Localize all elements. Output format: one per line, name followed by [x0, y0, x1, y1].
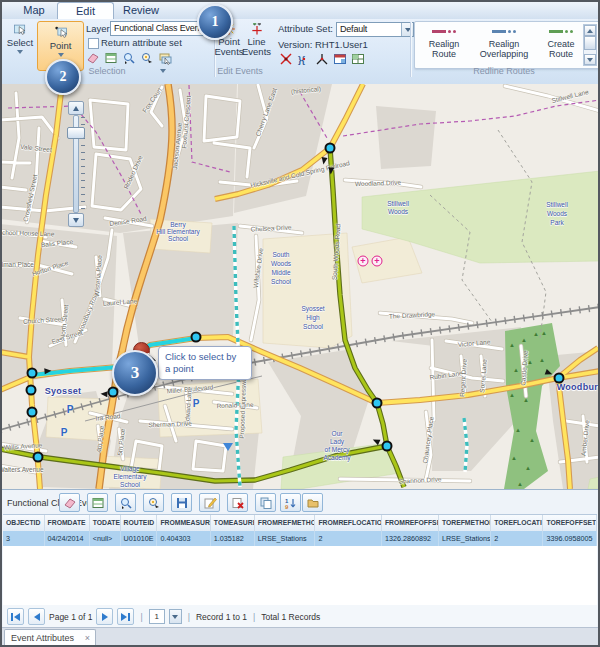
grid-col-fromrefmethod[interactable]: FROMREFMETHOD	[255, 515, 316, 531]
merge-event-icon[interactable]: }{	[297, 52, 311, 66]
tab-review[interactable]: Review	[115, 2, 167, 19]
delete-record-button[interactable]	[227, 493, 248, 512]
last-page-button[interactable]	[117, 608, 134, 625]
magnifier-icon	[119, 496, 133, 510]
grid-col-routeid[interactable]: ROUTEID	[121, 515, 158, 531]
map-label: Crossfield Street	[22, 174, 39, 222]
pan-to-selection-icon[interactable]	[140, 51, 154, 65]
map-label: East Street	[51, 329, 84, 346]
zoom-in-button[interactable]	[68, 101, 84, 115]
tab-map[interactable]: Map	[14, 2, 54, 19]
grid-body[interactable]	[3, 546, 597, 606]
page-number-input[interactable]: 1	[149, 609, 165, 624]
event-point-icon[interactable]	[33, 452, 44, 463]
pan-to-record-button[interactable]	[143, 493, 164, 512]
map-view[interactable]: Fox CourtFoxhurst CrescentCherry Lane Ea…	[0, 84, 600, 489]
event-grid-icon[interactable]	[351, 52, 365, 66]
grid-cell[interactable]: <null>	[90, 531, 121, 546]
grid-cell[interactable]: 3396.0958005	[543, 531, 596, 546]
select-button[interactable]: Select	[5, 22, 35, 54]
map-label: Denise Road	[109, 215, 147, 227]
event-point-icon[interactable]	[325, 143, 336, 154]
grid-cell[interactable]: U01010E	[121, 531, 158, 546]
save-button[interactable]	[171, 493, 192, 512]
grid-col-torefmethod[interactable]: TOREFMETHOD	[439, 515, 491, 531]
event-point-icon[interactable]	[191, 332, 202, 343]
tab-edit[interactable]: Edit	[57, 2, 114, 20]
chevron-down-icon[interactable]	[58, 53, 64, 57]
clear-selection-button[interactable]	[59, 493, 80, 512]
grid-col-frommeasure[interactable]: FROMMEASURE	[157, 515, 210, 531]
grid-cell[interactable]: 1326.2860892	[382, 531, 439, 546]
scrollbar-thumb[interactable]	[584, 36, 596, 50]
grid-cell[interactable]: 2	[491, 531, 543, 546]
scroll-up-icon[interactable]	[584, 25, 596, 36]
tab-event-attributes[interactable]: Event Attributes ×	[4, 629, 96, 646]
event-point-icon[interactable]	[382, 441, 393, 452]
grid-col-fromdate[interactable]: FROMDATE	[45, 515, 90, 531]
event-point-icon[interactable]	[27, 407, 38, 418]
open-attribute-set-button[interactable]	[302, 493, 323, 512]
split-event-icon[interactable]	[279, 52, 293, 66]
grid-col-fromreflocation[interactable]: FROMREFLOCATION	[315, 515, 382, 531]
grid-cell[interactable]: LRSE_Stations	[439, 531, 491, 546]
map-label: Victor Lane	[457, 338, 490, 348]
page-number-dropdown[interactable]	[169, 609, 182, 624]
grid-cell[interactable]: 04/24/2014	[45, 531, 90, 546]
zoom-out-button[interactable]	[68, 213, 84, 227]
map-label: Chelsea Drive	[250, 223, 291, 232]
redline-overlap-icon	[492, 30, 506, 33]
zoom-to-record-button[interactable]	[115, 493, 136, 512]
grid-col-todate[interactable]: TODATE	[90, 515, 121, 531]
grid-col-tomeasure[interactable]: TOMEASURE	[211, 515, 255, 531]
select-by-layer-icon[interactable]	[158, 51, 172, 65]
hospital-icon: +	[358, 256, 369, 267]
map-label: 4th Place	[95, 425, 105, 453]
create-route-button[interactable]: CreateRoute	[539, 25, 583, 59]
grid-col-toreflocation[interactable]: TOREFLOCATION	[491, 515, 543, 531]
select-button-label: Select	[7, 37, 33, 48]
grid-cell[interactable]: 1.035182	[211, 531, 255, 546]
grid-col-fromrefoffset[interactable]: FROMREFOFFSET	[382, 515, 439, 531]
grid-cell[interactable]: 3	[3, 531, 45, 546]
realign-route-button[interactable]: RealignRoute	[419, 25, 469, 59]
chevron-down-icon[interactable]	[17, 50, 23, 54]
event-point-icon[interactable]	[554, 373, 565, 384]
prev-page-button[interactable]	[28, 608, 45, 625]
event-point-icon[interactable]	[26, 385, 37, 396]
attribute-table-icon[interactable]	[104, 51, 118, 65]
clear-selection-icon[interactable]	[86, 51, 100, 65]
copy-record-button[interactable]	[255, 493, 276, 512]
edit-record-button[interactable]	[199, 493, 220, 512]
attribute-set-dropdown[interactable]: Default	[336, 22, 414, 37]
grid-cell[interactable]: 2	[315, 531, 382, 546]
map-label: (historical)	[291, 85, 322, 95]
sort-records-button[interactable]: 19	[280, 493, 301, 512]
line-events-button[interactable]: Line Events	[243, 22, 270, 57]
grid-col-objectid[interactable]: OBJECTID	[3, 515, 45, 531]
grid-cell[interactable]: LRSE_Stations	[255, 531, 316, 546]
redline-scrollbar[interactable]	[583, 24, 597, 66]
event-point-icon[interactable]	[372, 398, 383, 409]
map-overlays: Fox CourtFoxhurst CrescentCherry Lane Ea…	[0, 84, 600, 489]
first-page-button[interactable]	[7, 608, 24, 625]
event-window-icon[interactable]	[333, 52, 347, 66]
zoom-slider-handle[interactable]	[67, 127, 85, 139]
close-icon[interactable]: ×	[85, 630, 90, 646]
scroll-down-icon[interactable]	[584, 54, 596, 65]
copy-icon	[259, 496, 273, 510]
snap-event-icon[interactable]	[315, 52, 329, 66]
next-page-button[interactable]	[96, 608, 113, 625]
tree-icon: ▲	[539, 357, 545, 363]
return-attribute-set-checkbox[interactable]	[88, 38, 99, 49]
map-label: Middle	[271, 269, 290, 276]
realign-overlapping-button[interactable]: RealignOverlapping	[473, 25, 535, 59]
zoom-to-selection-icon[interactable]	[122, 51, 136, 65]
event-point-icon[interactable]	[27, 368, 38, 379]
grid-col-torefoffset[interactable]: TOREFOFFSET	[543, 515, 596, 531]
grid-selected-row[interactable]: 304/24/2014<null>U01010E0.4043031.035182…	[3, 531, 597, 546]
map-label: Cherry Lane East	[254, 87, 278, 137]
attribute-set-button[interactable]	[87, 493, 108, 512]
grid-cell[interactable]: 0.404303	[157, 531, 210, 546]
chevron-down-icon[interactable]	[160, 69, 166, 73]
